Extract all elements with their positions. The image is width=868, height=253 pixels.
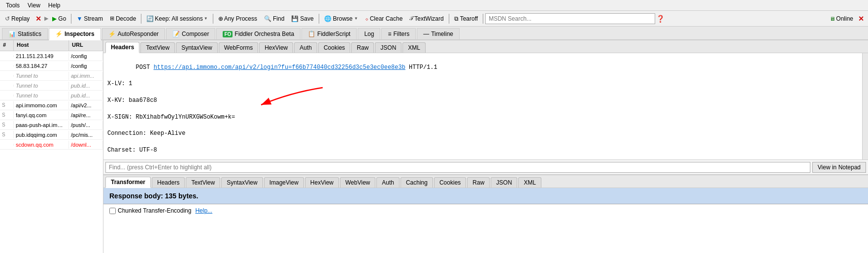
go-icon: ▶	[52, 15, 57, 22]
tab-autoresponder-label: AutoResponder	[118, 31, 159, 37]
tab-fiddlerscript-label: FiddlerScript	[317, 31, 350, 37]
session-protocol	[0, 75, 14, 77]
sep6	[483, 14, 483, 24]
textwizard-button[interactable]: 𝒯 TextWizard	[406, 14, 446, 24]
session-row[interactable]: 58.83.184.27 /config	[0, 61, 103, 71]
sep3	[213, 14, 213, 24]
go-button[interactable]: ▶ Go	[49, 14, 69, 24]
req-tab-raw[interactable]: Raw	[351, 42, 374, 53]
session-host: scdown.qq.com	[14, 141, 69, 149]
req-tab-hexview[interactable]: HexView	[259, 42, 293, 53]
replay-label: Replay	[11, 15, 30, 22]
request-tab-bar: Headers TextView SyntaxView WebForms Hex…	[103, 40, 868, 53]
resp-tab-transformer[interactable]: Transformer	[105, 177, 151, 188]
vertical-scrollbar[interactable]	[862, 53, 868, 159]
req-tab-headers[interactable]: Headers	[105, 42, 139, 53]
req-tab-textview[interactable]: TextView	[140, 42, 175, 53]
resp-tab-headers[interactable]: Headers	[152, 177, 185, 188]
resp-tab-raw[interactable]: Raw	[467, 177, 490, 188]
session-url: /config	[69, 62, 103, 70]
chunked-checkbox[interactable]	[109, 208, 116, 214]
tab-fiddlerscript[interactable]: 📋 FiddlerScript	[301, 28, 357, 39]
session-host: api.immomo.com	[14, 101, 69, 109]
clear-cache-button[interactable]: ⬦ Clear Cache	[362, 14, 406, 24]
view-notepad-button[interactable]: View in Notepad	[812, 162, 866, 173]
session-list-header: # Host URL	[0, 40, 103, 51]
session-protocol: S	[0, 101, 14, 109]
session-url: pub.id...	[69, 82, 103, 90]
tab-log[interactable]: Log	[358, 28, 380, 39]
tab-composer[interactable]: 📝 Composer	[166, 28, 215, 39]
decode-button[interactable]: ⊞ Decode	[107, 14, 139, 24]
req-tab-json[interactable]: JSON	[375, 42, 401, 53]
find-bar: View in Notepad	[103, 159, 868, 174]
session-url: pub.id...	[69, 92, 103, 99]
tab-autoresponder[interactable]: ⚡ AutoResponder	[102, 28, 165, 39]
req-tab-webforms[interactable]: WebForms	[219, 42, 258, 53]
resp-tab-json[interactable]: JSON	[491, 177, 517, 188]
req-tab-xml[interactable]: XML	[402, 42, 426, 53]
request-url[interactable]: https://api.immomo.com/api/v2/login?fu=f…	[154, 64, 405, 71]
tab-statistics[interactable]: 📊 Statistics	[2, 28, 48, 39]
tab-inspectors[interactable]: ⚡ Inspectors	[49, 28, 101, 40]
menu-tools[interactable]: Tools	[2, 1, 24, 10]
session-row[interactable]: Tunnel to api.imm...	[0, 71, 103, 81]
req-tab-auth[interactable]: Auth	[294, 42, 317, 53]
session-row[interactable]: S fanyi.qq.com /api/re...	[0, 110, 103, 120]
msdn-search-input[interactable]	[485, 13, 655, 24]
tearoff-button[interactable]: ⧉ Tearoff	[451, 14, 481, 24]
session-list-panel: # Host URL 211.151.23.149 /config 58.83.…	[0, 40, 103, 253]
req-tab-cookies[interactable]: Cookies	[318, 42, 350, 53]
tab-timeline-label: Timeline	[431, 31, 453, 37]
session-url: /api/v2...	[69, 101, 103, 109]
resp-tab-textview[interactable]: TextView	[186, 177, 220, 188]
menu-help[interactable]: Help	[44, 1, 65, 10]
resp-tab-webview[interactable]: WebView	[340, 177, 375, 188]
timeline-icon: —	[423, 31, 429, 37]
keep-dropdown[interactable]: 🔄 Keep: All sessions ▼	[143, 14, 210, 24]
session-host: Tunnel to	[14, 82, 69, 90]
any-process-button[interactable]: ⊕ Any Process	[215, 14, 260, 24]
find-input[interactable]	[105, 162, 810, 173]
tab-filters[interactable]: ≡ Filters	[381, 28, 416, 39]
composer-icon: 📝	[172, 31, 180, 37]
resp-tab-auth[interactable]: Auth	[376, 177, 400, 188]
session-protocol	[0, 85, 14, 87]
session-row[interactable]: Tunnel to pub.id...	[0, 81, 103, 91]
resp-tab-imageview[interactable]: ImageView	[264, 177, 304, 188]
replay-button[interactable]: ↺ Replay	[2, 14, 33, 24]
resp-tab-caching[interactable]: Caching	[401, 177, 433, 188]
close-button[interactable]: ✕	[856, 15, 866, 23]
replay-x-button[interactable]: ✕	[33, 15, 43, 23]
resp-tab-syntaxview[interactable]: SyntaxView	[221, 177, 263, 188]
save-button[interactable]: 💾 Save	[288, 14, 316, 24]
stream-label: Stream	[84, 15, 103, 22]
find-button[interactable]: 🔍 Find	[261, 14, 287, 24]
menu-view[interactable]: View	[24, 1, 44, 10]
fiddlerscript-icon: 📋	[308, 31, 315, 37]
resp-tab-cookies[interactable]: Cookies	[434, 177, 466, 188]
session-row[interactable]: S paas-push-api.immo... /push/...	[0, 120, 103, 130]
right-panel: Headers TextView SyntaxView WebForms Hex…	[103, 40, 868, 253]
tab-fiddler-orchestra[interactable]: FO Fiddler Orchestra Beta	[216, 28, 300, 39]
tab-timeline[interactable]: — Timeline	[417, 28, 460, 39]
session-row[interactable]: Tunnel to pub.id...	[0, 91, 103, 100]
resp-tab-xml[interactable]: XML	[518, 177, 541, 188]
stream-button[interactable]: ▼ Stream	[73, 14, 106, 24]
help-icon: ❓	[656, 15, 665, 23]
session-row[interactable]: S pub.idqqimg.com /pc/mis...	[0, 130, 103, 140]
session-host: pub.idqqimg.com	[14, 131, 69, 139]
req-tab-syntaxview[interactable]: SyntaxView	[176, 42, 217, 53]
tab-log-label: Log	[364, 31, 374, 37]
save-label: Save	[300, 15, 313, 22]
chunked-checkbox-label[interactable]: Chunked Transfer-Encoding	[109, 207, 191, 214]
browse-button[interactable]: 🌐 Browse ▼	[321, 14, 361, 24]
autoresponder-icon: ⚡	[108, 31, 116, 37]
help-link[interactable]: Help...	[195, 207, 212, 214]
find-label: Find	[273, 15, 284, 22]
resp-tab-hexview[interactable]: HexView	[305, 177, 339, 188]
session-row[interactable]: scdown.qq.com /downl...	[0, 140, 103, 150]
session-host: 211.151.23.149	[14, 52, 69, 60]
session-row[interactable]: 211.151.23.149 /config	[0, 51, 103, 61]
session-row[interactable]: S api.immomo.com /api/v2...	[0, 100, 103, 110]
